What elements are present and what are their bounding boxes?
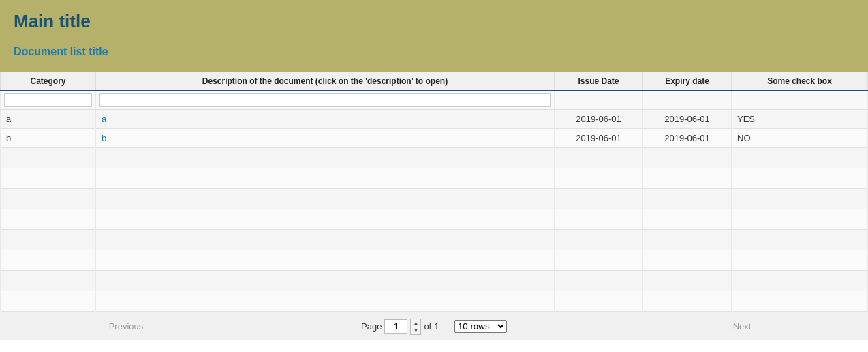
of-label: of (424, 321, 431, 332)
pagination-controls: Page ▲ ▼ of 1 10 rows25 rows50 rows100 r… (252, 319, 616, 335)
table-container: Category Description of the document (cl… (0, 72, 868, 312)
filter-description[interactable] (96, 91, 555, 110)
empty-row (1, 148, 868, 168)
empty-row (1, 230, 868, 250)
cell-check: YES (732, 110, 868, 129)
header: Main title Document list title (0, 0, 868, 72)
doc-list-title: Document list title (7, 40, 861, 65)
cell-description[interactable]: a (96, 110, 555, 129)
page-up-button[interactable]: ▲ (411, 319, 420, 327)
filter-issue-date (555, 91, 643, 110)
cell-category: a (1, 110, 96, 129)
filter-expiry-date (643, 91, 732, 110)
cell-description[interactable]: b (96, 129, 555, 148)
table-row: aa2019-06-012019-06-01YES (1, 110, 868, 129)
empty-row (1, 209, 868, 230)
empty-row (1, 291, 868, 312)
next-button[interactable]: Next (616, 321, 868, 332)
page-spinner: ▲ ▼ (410, 319, 421, 335)
page-label: Page (361, 321, 382, 332)
cell-issue-date: 2019-06-01 (555, 110, 643, 129)
page-down-button[interactable]: ▼ (411, 327, 420, 334)
description-filter-input[interactable] (99, 93, 551, 107)
footer: Previous Page ▲ ▼ of 1 10 rows25 rows50 … (0, 312, 868, 340)
empty-row (1, 271, 868, 291)
page-number-input[interactable] (384, 319, 407, 334)
col-header-expiry-date: Expiry date (643, 72, 732, 91)
col-header-issue-date: Issue Date (555, 72, 643, 91)
table-row: bb2019-06-012019-06-01NO (1, 129, 868, 148)
col-header-category: Category (1, 72, 96, 91)
previous-button[interactable]: Previous (0, 321, 252, 332)
filter-category[interactable] (1, 91, 96, 110)
category-filter-input[interactable] (4, 93, 92, 107)
total-pages: 1 (434, 321, 439, 332)
col-header-checkbox: Some check box (732, 72, 868, 91)
empty-row (1, 168, 868, 189)
filter-checkbox (732, 91, 868, 110)
empty-row (1, 250, 868, 271)
filter-row (1, 91, 868, 110)
main-title: Main title (7, 5, 861, 39)
empty-row (1, 189, 868, 209)
cell-check: NO (732, 129, 868, 148)
cell-issue-date: 2019-06-01 (555, 129, 643, 148)
description-link[interactable]: b (102, 133, 106, 143)
cell-category: b (1, 129, 96, 148)
description-link[interactable]: a (102, 114, 106, 124)
cell-expiry-date: 2019-06-01 (643, 129, 732, 148)
col-header-description: Description of the document (click on th… (96, 72, 555, 91)
cell-expiry-date: 2019-06-01 (643, 110, 732, 129)
rows-per-page-select[interactable]: 10 rows25 rows50 rows100 rows (454, 320, 507, 333)
